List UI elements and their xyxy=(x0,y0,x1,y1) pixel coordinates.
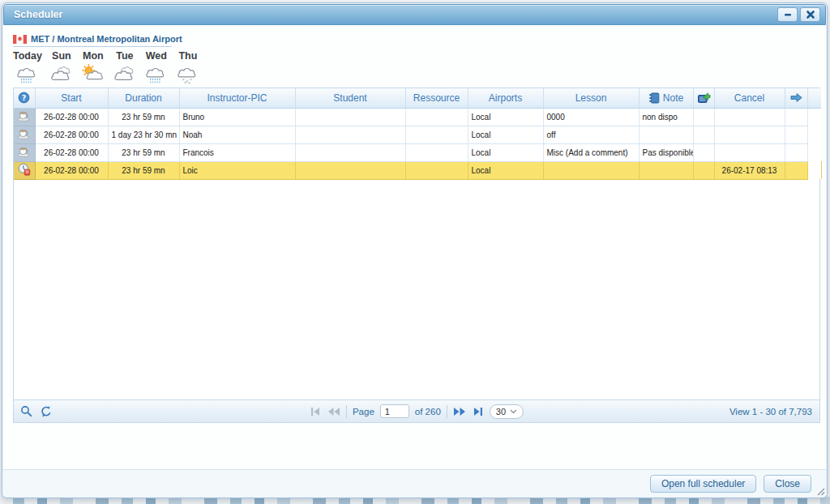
cell-cancel xyxy=(714,108,785,126)
close-dialog-button[interactable]: Close xyxy=(764,475,811,493)
column-header-label: Note xyxy=(663,92,683,104)
cell-start: 26-02-28 00:00 xyxy=(35,126,108,143)
scheduler-grid: ?StartDurationInstructor-PICStudentResso… xyxy=(13,88,820,423)
column-header-label: Ressource xyxy=(413,92,460,104)
cell-next xyxy=(785,143,807,161)
clock-cancelled-icon xyxy=(18,163,31,176)
cell-ressource xyxy=(405,108,468,126)
open-full-scheduler-button[interactable]: Open full scheduler xyxy=(650,475,756,493)
clouds-icon xyxy=(49,63,74,84)
clouds-icon xyxy=(113,63,137,84)
column-header-instructor[interactable]: Instructor-PIC xyxy=(179,88,295,108)
canada-flag-icon xyxy=(13,35,27,44)
cell-lesson: Misc (Add a comment) xyxy=(543,143,639,161)
cell-start: 26-02-28 00:00 xyxy=(35,108,108,126)
column-header-note[interactable]: Note xyxy=(639,88,693,108)
cell-lesson: 0000 xyxy=(543,108,639,126)
header-filler xyxy=(807,88,821,108)
column-header-label: Instructor-PIC xyxy=(207,92,267,104)
close-button[interactable] xyxy=(800,7,820,22)
column-header-airports[interactable]: Airports xyxy=(468,88,543,108)
dialog-titlebar[interactable]: Scheduler xyxy=(3,4,826,25)
weather-day: Sun xyxy=(49,50,74,84)
column-header-duration[interactable]: Duration xyxy=(108,88,179,108)
weather-day: Thu xyxy=(176,50,200,84)
cell-ressource xyxy=(405,161,468,179)
weather-day-label: Thu xyxy=(178,50,197,62)
column-header-ressource[interactable]: Ressource xyxy=(405,88,468,108)
first-page-icon[interactable] xyxy=(310,407,321,416)
scheduler-dialog: Scheduler MET / Montreal Metropolitan Ai… xyxy=(2,2,828,498)
book-export-icon xyxy=(697,92,711,104)
table-row[interactable]: 26-02-28 00:001 day 23 hr 30 mnNoahLocal… xyxy=(14,126,821,143)
coffee-cup-icon xyxy=(17,128,31,139)
page-size-value: 30 xyxy=(496,407,506,416)
table-row[interactable]: 26-02-28 00:0023 hr 59 mnBrunoLocal0000n… xyxy=(14,108,821,126)
cell-instructor: Loic xyxy=(179,161,295,179)
cell-cancel xyxy=(714,126,785,143)
dialog-footer: Open full scheduler Close xyxy=(3,469,826,497)
cell-start: 26-02-28 00:00 xyxy=(35,161,108,179)
weather-station-label: MET / Montreal Metropolitan Airport xyxy=(31,34,182,44)
weather-days-row: TodaySunMonTueWedThu xyxy=(13,50,208,84)
cell-docs xyxy=(693,108,714,126)
cell-duration: 23 hr 59 mn xyxy=(108,161,179,179)
column-header-start[interactable]: Start xyxy=(35,88,108,108)
row-filler xyxy=(807,108,821,126)
next-page-icon[interactable] xyxy=(453,407,467,416)
column-header-lesson[interactable]: Lesson xyxy=(543,88,639,108)
weather-panel: MET / Montreal Metropolitan Airport Toda… xyxy=(13,34,208,84)
notebook-icon xyxy=(648,92,660,104)
cell-duration: 23 hr 59 mn xyxy=(108,108,179,126)
cloud-rain-icon xyxy=(144,63,169,84)
refresh-icon[interactable] xyxy=(40,405,53,418)
column-header-student[interactable]: Student xyxy=(295,88,405,108)
row-status-cell xyxy=(14,143,35,161)
weather-day: Today xyxy=(13,50,42,84)
cell-duration: 23 hr 59 mn xyxy=(108,143,179,161)
column-header-docs[interactable] xyxy=(693,88,714,108)
column-header-label: Airports xyxy=(489,92,522,104)
cell-docs xyxy=(693,126,714,143)
cell-next xyxy=(785,161,807,179)
weather-day-label: Sun xyxy=(52,50,71,62)
pager-divider xyxy=(346,405,347,418)
cell-student xyxy=(295,126,405,143)
weather-station-row: MET / Montreal Metropolitan Airport xyxy=(13,34,172,47)
weather-day-label: Tue xyxy=(116,50,133,62)
pager-divider xyxy=(447,405,447,418)
weather-day-label: Today xyxy=(13,50,42,62)
page-number-input[interactable] xyxy=(380,404,409,418)
cell-next xyxy=(785,108,807,126)
cell-cancel: 26-02-17 08:13 xyxy=(714,161,785,179)
dialog-body: MET / Montreal Metropolitan Airport Toda… xyxy=(3,25,826,497)
scheduler-table: ?StartDurationInstructor-PICStudentResso… xyxy=(14,88,822,180)
minimize-button[interactable] xyxy=(777,7,798,22)
weather-day: Mon xyxy=(81,50,105,84)
cell-ressource xyxy=(405,126,468,143)
table-header-row: ?StartDurationInstructor-PICStudentResso… xyxy=(14,88,821,108)
chevron-down-icon xyxy=(510,409,517,414)
weather-day: Tue xyxy=(113,50,137,84)
cloud-snow-icon xyxy=(176,63,200,84)
column-header-next[interactable] xyxy=(785,88,807,108)
prev-page-icon[interactable] xyxy=(327,407,340,416)
coffee-cup-icon xyxy=(17,146,31,157)
cell-lesson xyxy=(543,161,639,179)
page-size-select[interactable]: 30 xyxy=(490,404,524,419)
minimize-icon xyxy=(783,10,793,19)
column-header-status[interactable]: ? xyxy=(14,88,35,108)
cell-airports: Local xyxy=(468,108,543,126)
cell-next xyxy=(785,126,807,143)
cell-ressource xyxy=(405,143,468,161)
last-page-icon[interactable] xyxy=(473,407,484,416)
search-icon[interactable] xyxy=(20,405,32,417)
resize-handle[interactable] xyxy=(816,487,825,496)
column-header-cancel[interactable]: Cancel xyxy=(714,88,785,108)
grid-pager: Page of 260 30 View 1 - 30 of 7,793 xyxy=(14,399,819,422)
table-row[interactable]: 26-02-28 00:0023 hr 59 mnFrancoisLocalMi… xyxy=(14,143,821,161)
pager-page-label: Page xyxy=(353,407,374,416)
sun-cloud-icon xyxy=(81,63,105,84)
cloud-rain-icon xyxy=(15,63,40,84)
table-row[interactable]: 26-02-28 00:0023 hr 59 mnLoicLocal26-02-… xyxy=(14,161,821,179)
